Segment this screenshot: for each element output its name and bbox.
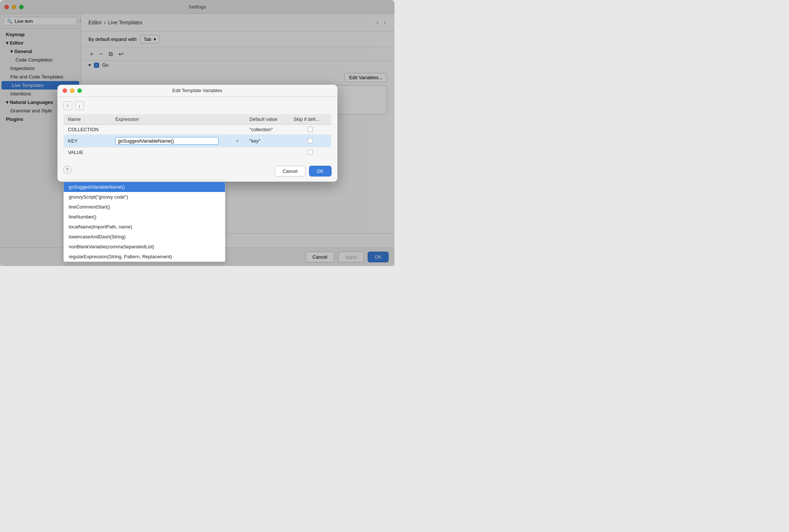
var-skip xyxy=(289,124,331,134)
table-row[interactable]: VALUE xyxy=(63,147,331,157)
modal-minimize-button[interactable] xyxy=(70,88,74,93)
expression-dropdown: goSuggestVariableName() groovyScript("gr… xyxy=(63,182,225,262)
var-name: VALUE xyxy=(63,147,111,157)
table-row[interactable]: COLLECTION "collection" xyxy=(63,124,331,134)
var-name: COLLECTION xyxy=(63,124,111,134)
expression-input[interactable] xyxy=(115,137,218,145)
var-expression xyxy=(111,124,245,134)
expression-cell: ▾ xyxy=(115,137,241,145)
col-skip: Skip if defi... xyxy=(289,114,331,124)
move-down-button[interactable]: ↓ xyxy=(75,101,84,110)
modal-cancel-button[interactable]: Cancel xyxy=(275,166,305,176)
dropdown-item[interactable]: groovyScript("groovy code") xyxy=(64,192,225,202)
variables-table: Name Expression Default value Skip if de… xyxy=(63,114,332,158)
dropdown-item[interactable]: regularExpression(String, Pattern, Repla… xyxy=(64,252,225,262)
edit-template-variables-modal: Edit Template Variables ↑ ↓ Name Express… xyxy=(57,85,337,182)
modal-body: ↑ ↓ Name Expression Default value Skip i… xyxy=(57,97,337,162)
var-skip xyxy=(289,134,331,147)
modal-close-button[interactable] xyxy=(63,88,67,93)
var-name: KEY xyxy=(63,134,111,147)
var-default: "collection" xyxy=(245,124,289,134)
var-skip xyxy=(289,147,331,157)
modal-titlebar: Edit Template Variables xyxy=(57,85,337,97)
col-expression: Expression xyxy=(111,114,245,124)
dropdown-item[interactable]: lowercaseAndDash(String) xyxy=(64,232,225,242)
modal-traffic-lights xyxy=(63,88,82,93)
var-expression[interactable]: ▾ xyxy=(111,134,245,147)
modal-ok-button[interactable]: OK xyxy=(309,166,332,176)
dropdown-item[interactable]: lineCommentStart() xyxy=(64,202,225,212)
dropdown-item[interactable]: localName(importPath, name) xyxy=(64,222,225,232)
modal-help-button[interactable]: ? xyxy=(63,166,71,174)
main-window: Settings 🔍 ✕ Keymap ▾ Editor ▾ General C… xyxy=(0,0,394,266)
var-expression xyxy=(111,147,245,157)
dropdown-scroll: goSuggestVariableName() groovyScript("gr… xyxy=(64,182,225,262)
move-up-button[interactable]: ↑ xyxy=(63,101,72,110)
dropdown-item[interactable]: goSuggestVariableName() xyxy=(64,182,225,192)
modal-footer: ? Cancel OK xyxy=(57,162,337,182)
table-row[interactable]: KEY ▾ "key" xyxy=(63,134,331,147)
skip-checkbox[interactable] xyxy=(308,138,313,143)
skip-checkbox[interactable] xyxy=(308,150,313,155)
var-default: "key" xyxy=(245,134,289,147)
col-name: Name xyxy=(63,114,111,124)
expression-chevron-icon[interactable]: ▾ xyxy=(236,139,238,143)
var-default xyxy=(245,147,289,157)
modal-toolbar: ↑ ↓ xyxy=(63,101,332,110)
modal-title: Edit Template Variables xyxy=(172,88,222,93)
modal-overlay: Edit Template Variables ↑ ↓ Name Express… xyxy=(0,0,394,266)
dropdown-item[interactable]: nonBlankVariable(commaSeparatedList) xyxy=(64,242,225,252)
dropdown-item[interactable]: lineNumber() xyxy=(64,212,225,222)
col-default-value: Default value xyxy=(245,114,289,124)
modal-fullscreen-button[interactable] xyxy=(77,88,82,93)
skip-checkbox[interactable] xyxy=(308,127,313,132)
